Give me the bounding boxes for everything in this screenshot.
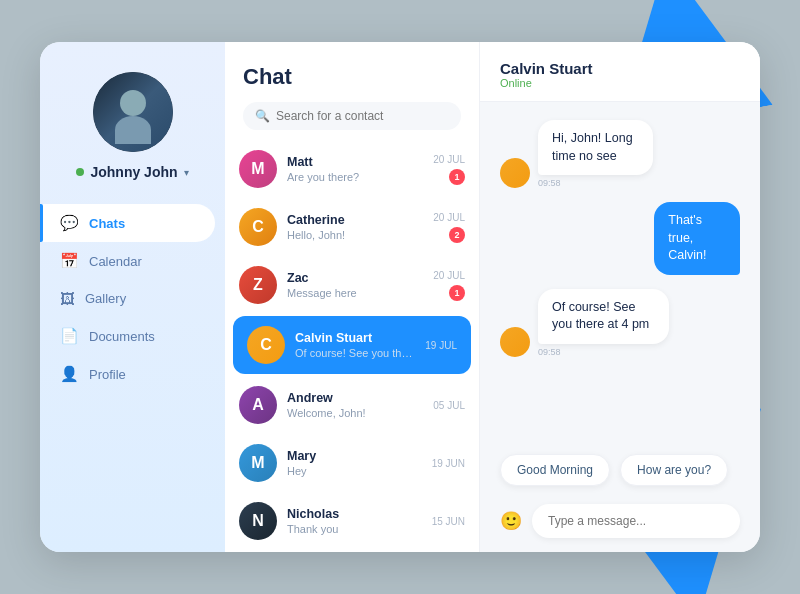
message-row-3: Of course! See you there at 4 pm 09:58 xyxy=(500,289,740,357)
messages-area: Hi, John! Long time no see 09:58 That's … xyxy=(480,102,760,446)
user-name-row: Johnny John ▾ xyxy=(76,164,188,180)
main-card: Johnny John ▾ 💬 Chats 📅 Calendar 🖼 Galle… xyxy=(40,42,760,552)
sidebar-item-chats[interactable]: 💬 Chats xyxy=(40,204,215,242)
avatar-image xyxy=(93,72,173,152)
chat-preview-andrew: Welcome, John! xyxy=(287,407,423,419)
chat-preview-matt: Are you there? xyxy=(287,171,423,183)
dropdown-arrow-icon[interactable]: ▾ xyxy=(184,167,189,178)
chat-name-calvin: Calvin Stuart xyxy=(295,331,415,345)
message-input[interactable] xyxy=(532,504,740,538)
chat-info-catherine: Catherine Hello, John! xyxy=(287,213,423,241)
chat-info-mary: Mary Hey xyxy=(287,449,422,477)
message-bubble-1: Hi, John! Long time no see xyxy=(538,120,653,175)
chat-date-matt: 20 JUL xyxy=(433,154,465,165)
chat-meta-matt: 20 JUL 1 xyxy=(433,154,465,185)
quick-reply-good-morning[interactable]: Good Morning xyxy=(500,454,610,486)
chat-title: Chat xyxy=(243,64,461,90)
sidebar-label-profile: Profile xyxy=(89,367,126,382)
avatar xyxy=(93,72,173,152)
avatar-catherine: C xyxy=(239,208,277,246)
quick-reply-how-are-you[interactable]: How are you? xyxy=(620,454,728,486)
chat-name-matt: Matt xyxy=(287,155,423,169)
chat-name-mary: Mary xyxy=(287,449,422,463)
gallery-icon: 🖼 xyxy=(60,290,75,307)
chat-date-calvin: 19 JUL xyxy=(425,340,457,351)
search-icon: 🔍 xyxy=(255,109,270,123)
chat-info-andrew: Andrew Welcome, John! xyxy=(287,391,423,419)
chat-meta-calvin: 19 JUL xyxy=(425,340,457,351)
message-panel: Calvin Stuart Online Hi, John! Long time… xyxy=(480,42,760,552)
profile-icon: 👤 xyxy=(60,365,79,383)
sidebar-label-calendar: Calendar xyxy=(89,254,142,269)
chats-icon: 💬 xyxy=(60,214,79,232)
message-bubble-2: That's true, Calvin! xyxy=(654,202,740,275)
sidebar-item-gallery[interactable]: 🖼 Gallery xyxy=(40,280,215,317)
contact-name: Calvin Stuart xyxy=(500,60,740,77)
avatar-nicholas: N xyxy=(239,502,277,540)
sidebar-label-documents: Documents xyxy=(89,329,155,344)
chat-name-catherine: Catherine xyxy=(287,213,423,227)
calendar-icon: 📅 xyxy=(60,252,79,270)
sidebar-item-calendar[interactable]: 📅 Calendar xyxy=(40,242,215,280)
chat-info-nicholas: Nicholas Thank you xyxy=(287,507,422,535)
chat-header: Chat 🔍 xyxy=(225,42,479,140)
message-row-1: Hi, John! Long time no see 09:58 xyxy=(500,120,740,188)
badge-zac: 1 xyxy=(449,285,465,301)
chat-preview-zac: Message here xyxy=(287,287,423,299)
chat-items-list: M Matt Are you there? 20 JUL 1 C Catheri… xyxy=(225,140,479,552)
chat-preview-calvin: Of course! See you there at 4 pm xyxy=(295,347,415,359)
chat-item-nicholas[interactable]: N Nicholas Thank you 15 JUN xyxy=(225,492,479,550)
chat-date-andrew: 05 JUL xyxy=(433,400,465,411)
chat-date-nicholas: 15 JUN xyxy=(432,516,465,527)
chat-name-nicholas: Nicholas xyxy=(287,507,422,521)
chat-item-mary[interactable]: M Mary Hey 19 JUN xyxy=(225,434,479,492)
message-time-3: 09:58 xyxy=(538,347,740,357)
quick-replies: Good Morning How are you? xyxy=(480,446,760,494)
message-row-2: That's true, Calvin! xyxy=(500,202,740,275)
chat-date-zac: 20 JUL xyxy=(433,270,465,281)
chat-item-andrew[interactable]: A Andrew Welcome, John! 05 JUL xyxy=(225,376,479,434)
chat-meta-nicholas: 15 JUN xyxy=(432,516,465,527)
chat-item-calvin[interactable]: C Calvin Stuart Of course! See you there… xyxy=(233,316,471,374)
chat-info-matt: Matt Are you there? xyxy=(287,155,423,183)
message-time-1: 09:58 xyxy=(538,178,715,188)
sender-avatar-3 xyxy=(500,327,530,357)
chat-preview-mary: Hey xyxy=(287,465,422,477)
sidebar-item-profile[interactable]: 👤 Profile xyxy=(40,355,215,393)
emoji-button[interactable]: 🙂 xyxy=(500,510,522,532)
search-box: 🔍 xyxy=(243,102,461,130)
message-input-area: 🙂 xyxy=(480,494,760,552)
search-input[interactable] xyxy=(276,109,449,123)
chat-item-dave[interactable]: D Dave 20 JUN xyxy=(225,550,479,552)
chat-item-zac[interactable]: Z Zac Message here 20 JUL 1 xyxy=(225,256,479,314)
message-bubble-3: Of course! See you there at 4 pm xyxy=(538,289,669,344)
sidebar-label-gallery: Gallery xyxy=(85,291,126,306)
chat-name-zac: Zac xyxy=(287,271,423,285)
chat-preview-catherine: Hello, John! xyxy=(287,229,423,241)
chat-list-panel: Chat 🔍 M Matt Are you there? 20 JUL 1 xyxy=(225,42,480,552)
sidebar: Johnny John ▾ 💬 Chats 📅 Calendar 🖼 Galle… xyxy=(40,42,225,552)
contact-status: Online xyxy=(500,77,740,89)
chat-item-catherine[interactable]: C Catherine Hello, John! 20 JUL 2 xyxy=(225,198,479,256)
chat-meta-andrew: 05 JUL xyxy=(433,400,465,411)
chat-meta-zac: 20 JUL 1 xyxy=(433,270,465,301)
chat-date-mary: 19 JUN xyxy=(432,458,465,469)
chat-date-catherine: 20 JUL xyxy=(433,212,465,223)
documents-icon: 📄 xyxy=(60,327,79,345)
chat-info-calvin: Calvin Stuart Of course! See you there a… xyxy=(295,331,415,359)
chat-name-andrew: Andrew xyxy=(287,391,423,405)
badge-matt: 1 xyxy=(449,169,465,185)
message-header: Calvin Stuart Online xyxy=(480,42,760,102)
user-name: Johnny John xyxy=(90,164,177,180)
chat-meta-mary: 19 JUN xyxy=(432,458,465,469)
sidebar-label-chats: Chats xyxy=(89,216,125,231)
chat-item-matt[interactable]: M Matt Are you there? 20 JUL 1 xyxy=(225,140,479,198)
sidebar-item-documents[interactable]: 📄 Documents xyxy=(40,317,215,355)
avatar-zac: Z xyxy=(239,266,277,304)
avatar-matt: M xyxy=(239,150,277,188)
chat-preview-nicholas: Thank you xyxy=(287,523,422,535)
avatar-andrew: A xyxy=(239,386,277,424)
nav-menu: 💬 Chats 📅 Calendar 🖼 Gallery 📄 Documents… xyxy=(40,204,225,393)
chat-meta-catherine: 20 JUL 2 xyxy=(433,212,465,243)
badge-catherine: 2 xyxy=(449,227,465,243)
